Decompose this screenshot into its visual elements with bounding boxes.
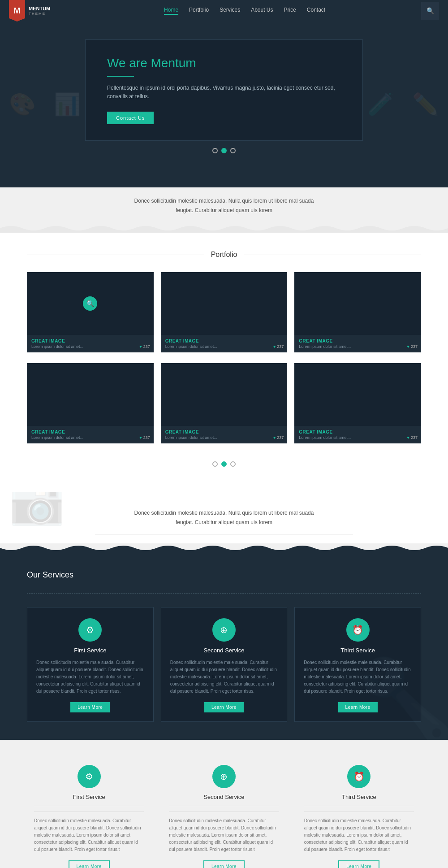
portfolio-item-1[interactable]: 🔍 GREAT IMAGE Lorem ipsum dolor sit amet… [27,272,154,352]
portfolio-info-4: GREAT IMAGE Lorem ipsum dolor sit amet..… [27,426,154,443]
logo-text: MENTUM THEME [29,5,50,17]
title-line-right [244,255,421,255]
service-dark-title-1: First Service [36,647,144,654]
portfolio-desc-4: Lorem ipsum dolor sit amet... [31,435,149,440]
services-dark-section: 🔧 Our Services ⚙ First Service Donec sol… [0,552,448,740]
service-dark-title-2: Second Service [170,647,278,654]
heart-icon-1: ♥ [139,344,142,349]
heart-icon-5: ♥ [273,435,276,440]
portfolio-search-icon-1: 🔍 [83,296,97,311]
portfolio-dots [27,454,421,474]
hero-slider: We are Mentum Pellentesque in ipsum id o… [85,39,363,141]
portfolio-img-5 [161,363,288,426]
logo-area: M MENTUM THEME [9,0,50,22]
hero-subtitle-line1: Donec sollicitudin molestie malesuada. N… [9,196,439,205]
service-light-icon-2: ⊕ [212,765,236,788]
portfolio-subtitle-line1: Donec sollicitudin molestie malesuada. N… [9,508,439,517]
hero-section: 🎨 📊 📷 ☕ 💬 🕐 📺 ⚽ 🧪 ✏️ ‹ We are Mentum Pel… [0,22,448,187]
portfolio-item-5[interactable]: GREAT IMAGE Lorem ipsum dolor sit amet..… [161,363,288,443]
portfolio-grid-top: 🔍 GREAT IMAGE Lorem ipsum dolor sit amet… [27,272,421,352]
portfolio-sep-bottom [95,534,353,534]
navbar: M MENTUM THEME Home Portfolio Services A… [0,0,448,22]
service-light-desc-2: Donec sollicitudin molestie malesuada. C… [169,812,279,853]
nav-link-services[interactable]: Services [220,7,240,15]
portfolio-title-1: GREAT IMAGE [31,339,149,343]
services-dark-title: Our Services [27,570,421,580]
brand-sub: THEME [29,12,50,16]
portfolio-dot-3[interactable] [230,461,236,467]
service-light-btn-2[interactable]: Learn More [203,860,245,868]
nav-links: Home Portfolio Services About Us Price C… [68,7,421,15]
service-dark-btn-1[interactable]: Learn More [70,702,110,712]
portfolio-item-6[interactable]: GREAT IMAGE Lorem ipsum dolor sit amet..… [294,363,421,443]
portfolio-title-4: GREAT IMAGE [31,430,149,434]
services-light-section: ⚙ First Service Donec sollicitudin moles… [0,740,448,868]
heart-icon-3: ♥ [407,344,409,349]
portfolio-img-3 [294,272,421,335]
portfolio-likes-6: ♥ 237 [407,435,418,440]
hero-subtitle-line2: feugiat. Curabitur aliquet quam uis lore… [9,206,439,215]
service-dark-desc-1: Donec sollicitudin molestie male suada. … [36,659,144,695]
hero-divider [107,76,134,77]
nav-link-price[interactable]: Price [284,7,296,15]
wavy-divider-dark [0,543,448,552]
service-light-btn-3[interactable]: Learn More [338,860,379,868]
service-light-btn-1[interactable]: Learn More [69,860,110,868]
nav-link-portfolio[interactable]: Portfolio [189,7,209,15]
service-light-icon-1: ⚙ [78,765,101,788]
portfolio-desc-2: Lorem ipsum dolor sit amet... [165,344,283,349]
portfolio-likes-2: ♥ 237 [273,344,284,349]
portfolio-item-2[interactable]: GREAT IMAGE Lorem ipsum dolor sit amet..… [161,272,288,352]
service-light-divider-1 [34,806,144,806]
service-light-title-2: Second Service [169,794,279,800]
portfolio-item-4[interactable]: GREAT IMAGE Lorem ipsum dolor sit amet..… [27,363,154,443]
portfolio-title-6: GREAT IMAGE [299,430,417,434]
services-light-grid: ⚙ First Service Donec sollicitudin moles… [27,758,421,868]
hero-contact-button[interactable]: Contact Us [107,112,154,124]
portfolio-likes-3: ♥ 237 [407,344,418,349]
service-light-desc-1: Donec sollicitudin molestie malesuada. C… [34,812,144,853]
nav-link-home[interactable]: Home [164,7,178,15]
heart-icon-6: ♥ [407,435,409,440]
portfolio-item-3[interactable]: GREAT IMAGE Lorem ipsum dolor sit amet..… [294,272,421,352]
portfolio-desc-1: Lorem ipsum dolor sit amet... [31,344,149,349]
service-dark-title-3: Third Service [304,647,412,654]
wavy-divider-top [0,224,448,233]
heart-icon-4: ♥ [139,435,142,440]
nav-link-about[interactable]: About Us [251,7,273,15]
portfolio-likes-1: ♥ 237 [139,344,150,349]
portfolio-likes-4: ♥ 237 [139,435,150,440]
service-card-light-3: ⏰ Third Service Donec sollicitudin moles… [297,758,421,868]
service-light-divider-2 [169,806,279,806]
portfolio-img-6 [294,363,421,426]
portfolio-img-2 [161,272,288,335]
service-light-desc-3: Donec sollicitudin molestie malesuada. C… [304,812,414,853]
service-dark-btn-2[interactable]: Learn More [204,702,244,712]
portfolio-subtitle: 📷 Donec sollicitudin molestie malesuada.… [0,492,448,543]
service-light-divider-3 [304,806,414,806]
portfolio-inner: Portfolio 🔍 GREAT IMAGE Lorem ipsum dolo… [0,233,448,492]
logo-letter: M [14,6,21,16]
portfolio-grid-bottom: GREAT IMAGE Lorem ipsum dolor sit amet..… [27,363,421,443]
portfolio-desc-5: Lorem ipsum dolor sit amet... [165,435,283,440]
portfolio-count-3: 237 [411,344,418,349]
portfolio-section: Portfolio 🔍 GREAT IMAGE Lorem ipsum dolo… [0,233,448,543]
portfolio-title: Portfolio [211,251,237,259]
portfolio-dot-2[interactable] [221,461,227,467]
portfolio-count-4: 237 [143,435,150,440]
portfolio-title-2: GREAT IMAGE [165,339,283,343]
watermark-icon: 📷 [9,492,65,539]
logo-badge: M [9,0,25,22]
nav-link-contact[interactable]: Contact [307,7,325,15]
portfolio-count-5: 237 [277,435,284,440]
service-icon-2: ⊕ [212,618,236,642]
portfolio-subtitle-line2: feugiat. Curabitur aliquet quam uis lore… [9,518,439,527]
service-light-title-1: First Service [34,794,144,800]
portfolio-info-3: GREAT IMAGE Lorem ipsum dolor sit amet..… [294,335,421,352]
search-button[interactable]: 🔍 [421,2,439,20]
service-light-title-3: Third Service [304,794,414,800]
portfolio-dot-1[interactable] [212,461,218,467]
portfolio-count-1: 237 [143,344,150,349]
portfolio-title-row: Portfolio [27,251,421,259]
hero-subtitle: Donec sollicitudin molestie malesuada. N… [0,187,448,224]
